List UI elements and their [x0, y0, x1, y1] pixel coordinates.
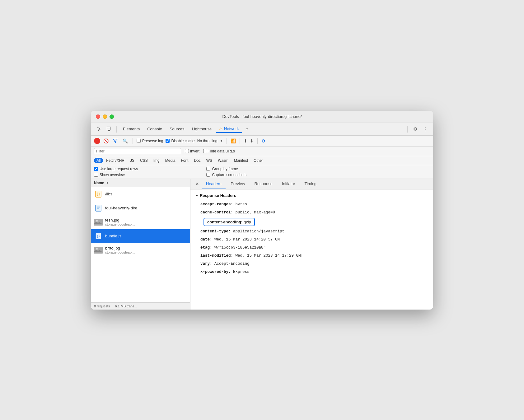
network-settings-icon[interactable]: ⚙ — [261, 138, 265, 143]
traffic-lights — [96, 114, 114, 119]
hide-data-urls-checkbox[interactable] — [203, 149, 207, 153]
header-vary: vary: Accept-Encoding — [195, 260, 428, 268]
tab-initiator[interactable]: Initiator — [278, 179, 300, 189]
download-icon[interactable]: ⬇ — [250, 138, 254, 143]
tab-response[interactable]: Response — [250, 179, 277, 189]
tab-console[interactable]: Console — [144, 125, 165, 133]
net-sep-2 — [227, 138, 227, 144]
svg-rect-9 — [94, 219, 103, 226]
stop-icon[interactable]: 🚫 — [103, 138, 109, 144]
upload-icon[interactable]: ⬆ — [244, 138, 247, 143]
tab-network-label: Network — [224, 126, 239, 131]
filter-input-wrapper — [94, 148, 181, 154]
type-btn-all[interactable]: All — [94, 158, 103, 163]
file-item-fesh[interactable]: fesh.jpg storage.googleapi... — [91, 215, 190, 229]
record-button[interactable] — [94, 138, 100, 144]
tab-sources[interactable]: Sources — [166, 125, 188, 133]
file-sub-fesh: storage.googleapi... — [105, 222, 135, 226]
file-icon-libs: { } — [94, 190, 103, 198]
response-headers-title: Response Headers — [195, 193, 428, 198]
svg-rect-0 — [107, 127, 111, 130]
capture-screenshots-label[interactable]: Capture screenshots — [206, 173, 246, 177]
tab-headers[interactable]: Headers — [202, 179, 226, 189]
type-btn-ws[interactable]: WS — [204, 158, 215, 163]
svg-rect-13 — [94, 247, 103, 254]
close-button[interactable] — [96, 114, 100, 119]
group-by-frame-checkbox[interactable] — [206, 167, 210, 171]
file-info-foul: foul-heavenly-dire... — [105, 206, 141, 210]
type-btn-js[interactable]: JS — [128, 158, 137, 163]
disable-cache-label[interactable]: Disable cache — [166, 139, 194, 143]
type-btn-doc[interactable]: Doc — [191, 158, 203, 163]
settings-icon[interactable]: ⚙ — [411, 125, 419, 133]
options-col-right: Group by frame Capture screenshots — [206, 167, 246, 177]
type-btn-font[interactable]: Font — [178, 158, 191, 163]
status-bar: 8 requests 6.1 MB trans... — [91, 302, 190, 310]
title-bar: DevTools - foul-heavenly-direction.glitc… — [91, 111, 433, 123]
header-content-encoding: content-encoding: gzip — [204, 218, 255, 226]
file-item-libs[interactable]: { } /libs — [91, 187, 190, 201]
cursor-icon[interactable] — [95, 125, 103, 133]
type-btn-css[interactable]: CSS — [138, 158, 150, 163]
type-btn-fetch-xhr[interactable]: Fetch/XHR — [104, 158, 127, 163]
requests-count: 8 requests — [94, 304, 110, 308]
wifi-icon: 📶 — [231, 138, 236, 143]
use-large-rows-checkbox[interactable] — [94, 167, 98, 171]
tab-network[interactable]: ⚠ Network — [216, 125, 242, 133]
throttle-select[interactable]: No throttling — [197, 139, 218, 143]
window-title: DevTools - foul-heavenly-direction.glitc… — [222, 114, 302, 119]
type-btn-img[interactable]: Img — [151, 158, 162, 163]
type-filter-bar: All Fetch/XHR JS CSS Img Media Font Doc … — [91, 156, 433, 165]
tab-more[interactable]: » — [243, 125, 252, 133]
close-detail-button[interactable]: ✕ — [194, 179, 201, 189]
tab-lighthouse[interactable]: Lighthouse — [189, 125, 215, 133]
svg-point-14 — [96, 248, 98, 250]
type-btn-manifest[interactable]: Manifest — [232, 158, 250, 163]
header-content-encoding-wrapper: content-encoding: gzip — [195, 217, 428, 227]
file-info-libs: /libs — [105, 192, 112, 196]
file-item-brrto[interactable]: brrto.jpg storage.googleapi... — [91, 243, 190, 257]
more-icon[interactable]: ⋮ — [421, 125, 429, 133]
hide-data-urls-label[interactable]: Hide data URLs — [203, 149, 235, 153]
file-item-bundle[interactable]: { } bundle.js — [91, 229, 190, 243]
show-overview-label[interactable]: Show overview — [94, 173, 138, 177]
file-item-foul[interactable]: foul-heavenly-dire... — [91, 201, 190, 215]
header-last-modified: last-modified: Wed, 15 Mar 2023 14:17:29… — [195, 252, 428, 260]
minimize-button[interactable] — [103, 114, 107, 119]
file-info-bundle: bundle.js — [105, 234, 121, 238]
toolbar-separator-2 — [407, 126, 408, 133]
capture-screenshots-checkbox[interactable] — [206, 173, 210, 177]
header-content-type: content-type: application/javascript — [195, 227, 428, 236]
main-content: Name ▼ { } /libs — [91, 179, 433, 310]
group-by-frame-label[interactable]: Group by frame — [206, 167, 246, 171]
show-overview-checkbox[interactable] — [94, 173, 98, 177]
disable-cache-checkbox[interactable] — [166, 139, 170, 143]
device-icon[interactable] — [105, 125, 113, 133]
options-col-left: Use large request rows Show overview — [94, 167, 138, 177]
invert-checkbox[interactable] — [185, 149, 189, 153]
svg-text:{ }: { } — [97, 235, 100, 238]
type-btn-wasm[interactable]: Wasm — [215, 158, 231, 163]
tab-elements[interactable]: Elements — [120, 125, 143, 133]
invert-label[interactable]: Invert — [185, 149, 199, 153]
header-x-powered-by: x-powered-by: Express — [195, 268, 428, 276]
type-btn-other[interactable]: Other — [251, 158, 265, 163]
file-info-brrto: brrto.jpg storage.googleapi... — [105, 246, 135, 254]
tab-timing[interactable]: Timing — [300, 179, 321, 189]
tab-preview[interactable]: Preview — [226, 179, 249, 189]
filter-bar: Invert Hide data URLs — [91, 147, 433, 156]
file-list-header-label: Name — [94, 181, 104, 185]
search-icon[interactable]: 🔍 — [121, 137, 129, 145]
filter-icon[interactable] — [111, 137, 119, 145]
file-icon-foul — [94, 204, 103, 212]
throttle-dropdown-icon[interactable]: ▼ — [220, 139, 223, 142]
detail-tabs: ✕ Headers Preview Response Initiator Tim… — [190, 179, 433, 189]
filter-input[interactable] — [96, 149, 179, 153]
maximize-button[interactable] — [110, 114, 114, 119]
file-list: Name ▼ { } /libs — [91, 179, 190, 310]
use-large-rows-label[interactable]: Use large request rows — [94, 167, 138, 171]
type-btn-media[interactable]: Media — [163, 158, 178, 163]
main-toolbar: Elements Console Sources Lighthouse ⚠ Ne… — [91, 123, 433, 136]
preserve-log-label[interactable]: Preserve log — [137, 139, 163, 143]
preserve-log-checkbox[interactable] — [137, 139, 141, 143]
